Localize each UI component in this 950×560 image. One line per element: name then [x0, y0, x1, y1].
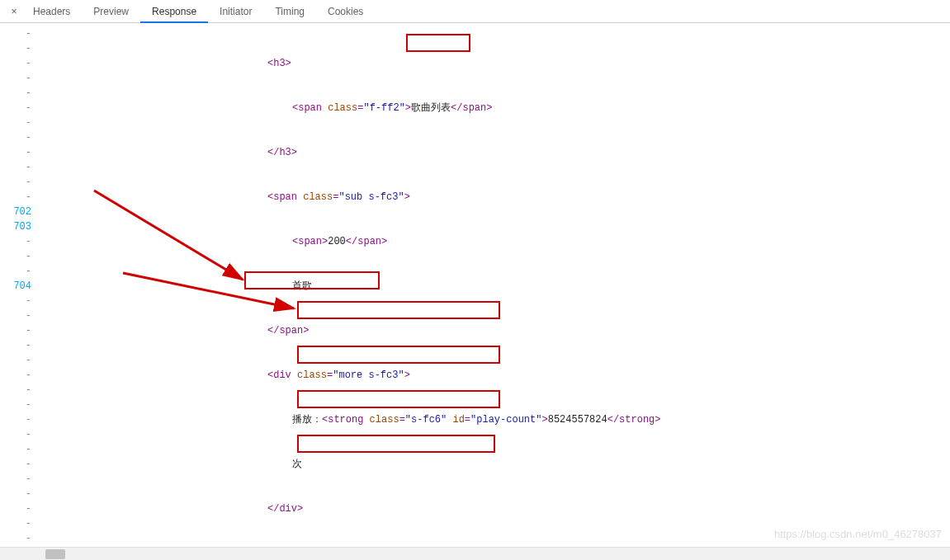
annotation-box	[406, 34, 470, 52]
response-body[interactable]: - - - - - - - - - - - - 702 703 - - - 70…	[0, 23, 950, 547]
annotation-box	[297, 301, 500, 319]
annotation-arrow	[119, 269, 309, 318]
tab-initiator[interactable]: Initiator	[208, 0, 263, 23]
devtools-tabbar: × Headers Preview Response Initiator Tim…	[0, 0, 950, 23]
tab-cookies[interactable]: Cookies	[316, 0, 375, 23]
tab-headers[interactable]: Headers	[21, 0, 82, 23]
annotation-box	[297, 435, 495, 453]
horizontal-scrollbar[interactable]	[0, 547, 950, 560]
annotation-box	[297, 346, 500, 364]
tab-preview[interactable]: Preview	[82, 0, 140, 23]
annotation-box	[297, 390, 500, 408]
scrollbar-thumb[interactable]	[45, 549, 65, 559]
tab-timing[interactable]: Timing	[263, 0, 316, 23]
line-gutter: - - - - - - - - - - - - 702 703 - - - 70…	[0, 23, 45, 547]
close-icon[interactable]: ×	[7, 5, 21, 17]
code-content[interactable]: <h3> <span class="f-ff2">歌曲列表</span> </h…	[45, 23, 950, 547]
tab-response[interactable]: Response	[140, 0, 208, 23]
watermark-text: https://blog.csdn.net/m0_46278037	[774, 527, 942, 542]
